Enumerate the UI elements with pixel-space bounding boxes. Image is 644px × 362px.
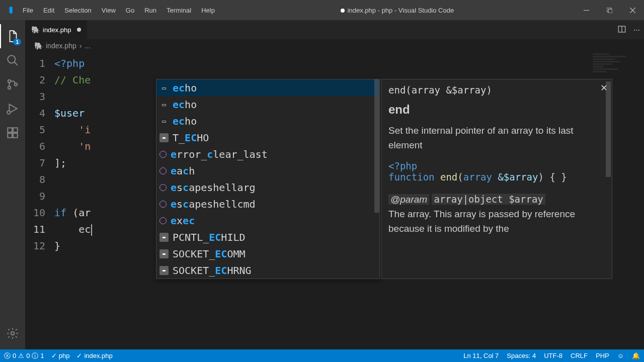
- settings-gear-icon[interactable]: [0, 321, 25, 345]
- status-eol[interactable]: CRLF: [571, 352, 588, 359]
- php-file-icon: 🐘: [31, 26, 40, 34]
- suggest-item[interactable]: ▭echo: [156, 96, 379, 113]
- doc-param-desc: The array. This array is passed by refer…: [388, 207, 605, 236]
- vscode-logo: [0, 6, 18, 15]
- status-problems[interactable]: ⓧ0 ⚠0 ⓘ1: [4, 351, 44, 360]
- menu-file[interactable]: File: [18, 7, 38, 14]
- function-icon: [159, 201, 167, 208]
- menu-selection[interactable]: Selection: [59, 7, 96, 14]
- title-bar: File Edit Selection View Go Run Terminal…: [0, 0, 644, 20]
- function-icon: [159, 151, 167, 158]
- modified-indicator: [77, 28, 81, 32]
- suggest-item[interactable]: ▬PCNTL_ECHILD: [156, 229, 379, 245]
- svg-point-6: [15, 83, 17, 85]
- activity-bar: 1: [0, 20, 25, 349]
- tab-label: index.php: [43, 26, 71, 34]
- extensions-icon[interactable]: [0, 121, 25, 145]
- editor-area: 🐘 index.php ⋯ 🐘 index.php › ... 123 456 …: [25, 20, 644, 349]
- menu-bar: File Edit Selection View Go Run Terminal…: [18, 7, 220, 14]
- maximize-button[interactable]: [598, 0, 621, 20]
- svg-rect-8: [8, 128, 12, 132]
- status-bell-icon[interactable]: 🔔: [632, 352, 640, 359]
- explorer-badge: 1: [13, 39, 21, 45]
- breadcrumb[interactable]: 🐘 index.php › ...: [25, 39, 644, 52]
- status-bar: ⓧ0 ⚠0 ⓘ1 ✓ php ✓ index.php Ln 11, Col 7 …: [0, 349, 644, 362]
- doc-description: Set the internal pointer of an array to …: [388, 124, 605, 152]
- line-gutter: 123 456 789 101112: [25, 52, 54, 349]
- search-icon[interactable]: [0, 48, 25, 72]
- svg-point-3: [8, 55, 15, 63]
- suggest-item[interactable]: ▬T_ECHO: [156, 129, 379, 146]
- editor-tabs: 🐘 index.php ⋯: [25, 20, 644, 39]
- status-indent[interactable]: Spaces: 4: [507, 352, 536, 359]
- function-icon: [159, 184, 167, 191]
- status-language[interactable]: PHP: [596, 352, 609, 359]
- svg-rect-10: [8, 133, 12, 138]
- svg-rect-9: [13, 128, 18, 132]
- suggest-item[interactable]: error_clear_last: [156, 146, 379, 162]
- split-editor-icon[interactable]: [617, 25, 626, 35]
- status-feedback-icon[interactable]: ☺: [617, 352, 624, 359]
- window-title: index.php - php - Visual Studio Code: [220, 7, 575, 14]
- suggest-scrollbar[interactable]: [374, 79, 379, 213]
- menu-go[interactable]: Go: [121, 7, 139, 14]
- keyword-icon: ▭: [159, 117, 169, 126]
- parameter-hints-widget: ✕ end(array &$array) end Set the interna…: [381, 79, 612, 279]
- svg-point-7: [7, 111, 11, 114]
- text-cursor: [91, 224, 92, 236]
- status-lang-server[interactable]: ✓ php: [51, 352, 70, 359]
- suggest-item[interactable]: ▭echo: [156, 79, 379, 96]
- close-button[interactable]: [621, 0, 644, 20]
- svg-rect-11: [13, 133, 18, 138]
- status-file[interactable]: ✓ index.php: [76, 352, 112, 359]
- menu-run[interactable]: Run: [139, 7, 162, 14]
- suggest-item[interactable]: escapeshellcmd: [156, 196, 379, 212]
- minimize-button[interactable]: [575, 0, 598, 20]
- explorer-icon[interactable]: 1: [0, 24, 25, 48]
- svg-point-12: [11, 332, 15, 335]
- source-control-icon[interactable]: [0, 72, 25, 97]
- suggest-item[interactable]: exec: [156, 212, 379, 229]
- doc-param: @param array|object $array: [388, 194, 605, 205]
- status-cursor-pos[interactable]: Ln 11, Col 7: [463, 352, 499, 359]
- suggest-item[interactable]: ▭echo: [156, 113, 379, 129]
- suggest-item[interactable]: ▬SOCKET_ECHRNG: [156, 262, 379, 279]
- suggest-item[interactable]: ▬SOCKET_ECOMM: [156, 245, 379, 262]
- function-icon: [159, 217, 167, 224]
- status-encoding[interactable]: UTF-8: [544, 352, 562, 359]
- function-icon: [159, 167, 167, 174]
- menu-edit[interactable]: Edit: [38, 7, 59, 14]
- doc-signature: end(array &$array): [388, 84, 605, 96]
- constant-icon: ▬: [159, 233, 169, 242]
- keyword-icon: ▭: [159, 100, 169, 109]
- suggest-item[interactable]: each: [156, 162, 379, 179]
- constant-icon: ▬: [159, 133, 169, 142]
- menu-help[interactable]: Help: [196, 7, 220, 14]
- constant-icon: ▬: [159, 249, 169, 258]
- menu-terminal[interactable]: Terminal: [162, 7, 196, 14]
- svg-rect-2: [608, 9, 612, 13]
- doc-scrollbar[interactable]: [606, 81, 611, 177]
- tab-index-php[interactable]: 🐘 index.php: [25, 20, 88, 39]
- keyword-icon: ▭: [159, 83, 169, 93]
- doc-name: end: [388, 103, 605, 117]
- suggest-item[interactable]: escapeshellarg: [156, 179, 379, 196]
- svg-point-4: [8, 80, 11, 82]
- run-debug-icon[interactable]: [0, 97, 25, 121]
- svg-point-5: [8, 86, 11, 89]
- suggest-widget[interactable]: ▭echo ▭echo ▭echo ▬T_ECHO error_clear_la…: [156, 79, 380, 279]
- more-actions-icon[interactable]: ⋯: [633, 26, 640, 34]
- menu-view[interactable]: View: [97, 7, 121, 14]
- code-editor[interactable]: 123 456 789 101112 <?php // Che $user 'i…: [25, 52, 644, 349]
- constant-icon: ▬: [159, 266, 169, 275]
- doc-code-sample: <?php function end(array &$array) { }: [388, 160, 605, 183]
- svg-rect-0: [584, 10, 589, 11]
